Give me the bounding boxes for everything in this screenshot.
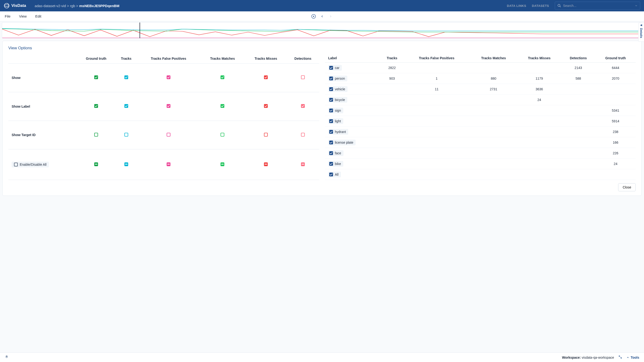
opts-checkbox[interactable] (124, 162, 128, 166)
menu-edit[interactable]: Edit (35, 14, 41, 18)
next-button[interactable] (328, 14, 333, 19)
stats-cell (561, 159, 595, 169)
stats-cell (595, 169, 636, 180)
label-checkbox[interactable] (329, 162, 333, 166)
stats-row: vehicle1127313636 (325, 84, 636, 95)
opts-checkbox[interactable] (264, 104, 268, 108)
svg-point-1 (4, 5, 9, 7)
global-search[interactable] (555, 2, 640, 10)
nav-link-datasets[interactable]: DATASETS (532, 4, 549, 7)
prev-button[interactable] (320, 14, 325, 19)
label-filter[interactable]: light (328, 118, 344, 124)
opts-col-header: Tracks Misses (245, 54, 286, 63)
opts-checkbox[interactable] (124, 133, 128, 137)
opts-checkbox[interactable] (94, 133, 98, 137)
label-checkbox[interactable] (329, 87, 333, 91)
stats-cell: 226 (595, 148, 636, 159)
opts-checkbox[interactable] (301, 75, 305, 79)
close-button[interactable]: Close (618, 183, 636, 191)
stats-row: hydrant238 (325, 127, 636, 137)
timeline-playhead[interactable] (140, 22, 140, 38)
label-checkbox[interactable] (329, 98, 333, 102)
stats-cell (517, 137, 561, 148)
notifications-icon[interactable] (5, 355, 8, 360)
breadcrumb-part[interactable]: rgb (70, 4, 75, 8)
stats-cell: 2143 (561, 63, 595, 73)
label-name: person (335, 77, 345, 80)
opts-checkbox[interactable] (167, 133, 170, 137)
opts-checkbox[interactable] (94, 162, 98, 166)
enable-all-checkbox[interactable] (14, 163, 18, 167)
stats-cell: 238 (595, 127, 636, 137)
play-button[interactable] (311, 14, 316, 19)
opts-checkbox[interactable] (264, 162, 268, 166)
label-filter[interactable]: license plate (328, 140, 356, 145)
label-filter[interactable]: hydrant (328, 129, 348, 135)
stats-cell (561, 127, 595, 137)
opts-checkbox[interactable] (264, 133, 268, 137)
opts-checkbox[interactable] (167, 162, 170, 166)
stats-cell (561, 169, 595, 180)
label-checkbox[interactable] (329, 77, 333, 80)
label-checkbox[interactable] (329, 119, 333, 123)
label-checkbox[interactable] (329, 109, 333, 112)
breadcrumb[interactable]: adas-dataset-v2-vid > rgb > msNEBxJE5PPD… (35, 4, 120, 8)
stats-cell (380, 105, 404, 116)
breadcrumb-part[interactable]: adas-dataset-v2-vid (35, 4, 66, 8)
opts-row-label: Show Target ID (8, 121, 77, 149)
timeline-overview[interactable] (2, 22, 642, 38)
label-checkbox[interactable] (329, 173, 333, 176)
nav-link-data-links[interactable]: DATA LINKS (507, 4, 526, 7)
tools-toggle[interactable]: Tools (626, 356, 639, 360)
menu-view[interactable]: View (19, 14, 26, 18)
label-checkbox[interactable] (329, 141, 333, 144)
opts-checkbox[interactable] (220, 133, 224, 137)
details-side-tab[interactable]: ◀ Details (638, 23, 644, 42)
opts-row-label: Show (8, 63, 77, 92)
app-logo[interactable]: VisData (4, 3, 26, 8)
opts-row: Show (8, 63, 319, 92)
opts-checkbox[interactable] (264, 75, 268, 79)
stats-cell (517, 116, 561, 127)
opts-checkbox[interactable] (301, 162, 305, 166)
opts-checkbox[interactable] (220, 104, 224, 108)
label-filter[interactable]: vehicle (328, 86, 348, 92)
opts-checkbox[interactable] (94, 104, 98, 108)
label-checkbox[interactable] (329, 151, 333, 155)
label-filter[interactable]: car (328, 65, 342, 71)
stats-cell (517, 105, 561, 116)
stats-cell: 1179 (517, 73, 561, 84)
label-filter[interactable]: bicycle (328, 97, 348, 103)
stats-cell: 5914 (595, 116, 636, 127)
search-input[interactable] (563, 4, 633, 7)
label-filter[interactable]: All (328, 172, 341, 177)
opts-checkbox[interactable] (124, 75, 128, 79)
opts-checkbox[interactable] (94, 75, 98, 79)
stats-cell: 2822 (380, 63, 404, 73)
stats-cell (470, 95, 518, 105)
opts-checkbox[interactable] (167, 104, 170, 108)
label-name: bike (335, 162, 341, 166)
fullscreen-icon[interactable] (618, 355, 622, 360)
opts-checkbox[interactable] (124, 104, 128, 108)
stats-col-header: Ground truth (595, 54, 636, 63)
label-filter[interactable]: person (328, 76, 348, 81)
label-filter[interactable]: face (328, 150, 344, 156)
chevron-down-icon[interactable] (635, 4, 638, 7)
opts-checkbox[interactable] (167, 75, 170, 79)
opts-checkbox[interactable] (220, 162, 224, 166)
opts-checkbox[interactable] (220, 75, 224, 79)
menu-file[interactable]: File (5, 14, 10, 18)
stats-col-header: Tracks (380, 54, 404, 63)
enable-disable-all[interactable]: Enable/Disable All (12, 162, 49, 167)
workspace-label-text: Workspace: (562, 356, 581, 360)
label-checkbox[interactable] (329, 130, 333, 134)
opts-checkbox[interactable] (301, 133, 305, 137)
stats-cell: 24 (595, 159, 636, 169)
label-filter[interactable]: sign (328, 108, 344, 113)
label-stats-table: LabelTracksTracks False PositivesTracks … (325, 54, 636, 180)
label-checkbox[interactable] (329, 66, 333, 70)
label-filter[interactable]: bike (328, 161, 344, 167)
stats-row: face226 (325, 148, 636, 159)
opts-checkbox[interactable] (301, 104, 305, 108)
